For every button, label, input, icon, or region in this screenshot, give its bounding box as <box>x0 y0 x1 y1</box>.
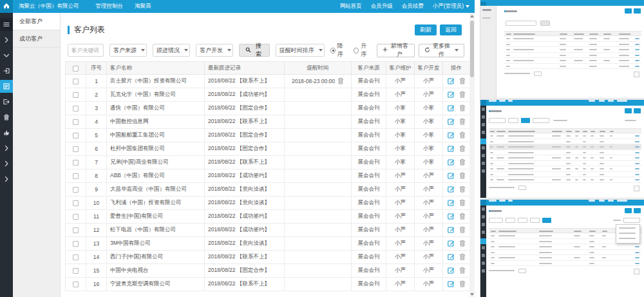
table-row: 16宁波奥克斯空调有限公司2018/08/22 【联系不上】展会会刊小严小严 <box>66 278 470 291</box>
more-actions-button[interactable]: 更多操作 <box>419 44 464 57</box>
edit-icon[interactable] <box>448 131 455 140</box>
delete-icon[interactable] <box>459 226 466 235</box>
edit-icon[interactable] <box>448 118 455 126</box>
delete-icon[interactable] <box>459 186 466 194</box>
user-menu[interactable]: 小严(管理员) <box>433 3 469 10</box>
trash-icon[interactable] <box>0 111 13 124</box>
row-checkbox[interactable] <box>73 160 79 166</box>
develop-select[interactable]: 客户开发 <box>196 44 233 57</box>
preview-thumbnail-1[interactable] <box>480 0 644 98</box>
delete-icon[interactable] <box>459 253 466 262</box>
row-checkbox[interactable] <box>73 254 79 260</box>
thumbs-up-icon[interactable] <box>0 126 13 139</box>
list-icon[interactable] <box>0 80 13 93</box>
add-customer-button[interactable]: 新增客户 <box>377 44 415 57</box>
row-checkbox[interactable] <box>73 282 79 287</box>
preview-detail <box>566 135 571 137</box>
scrollbar[interactable] <box>469 13 475 297</box>
cell-name: 西门子(中国)有限公司 <box>107 251 205 264</box>
edit-icon[interactable] <box>448 280 455 289</box>
row-checkbox[interactable] <box>73 187 79 193</box>
nav-member-renew[interactable]: 会员续费 <box>402 3 424 10</box>
edit-icon[interactable] <box>448 77 455 86</box>
follow-select[interactable]: 跟进情况 <box>153 44 190 57</box>
sidebar-item-0[interactable]: 全部客户 <box>13 13 60 30</box>
chevron-right-icon[interactable] <box>0 173 13 186</box>
delete-icon[interactable] <box>459 77 466 86</box>
sort-asc-radio[interactable]: 升序 <box>354 42 370 59</box>
preview-detail <box>504 36 641 42</box>
delete-icon[interactable] <box>459 240 466 248</box>
delete-icon[interactable] <box>459 131 466 140</box>
scroll-up-icon[interactable] <box>469 13 475 19</box>
preview-thumbnail-2[interactable] <box>480 100 644 198</box>
delete-icon[interactable] <box>459 172 466 180</box>
cell-record: 2018/08/22 【固定合作】 <box>205 142 285 156</box>
sort-field-select[interactable]: 提醒时间排序 <box>276 44 325 57</box>
refresh-button[interactable]: 刷新 <box>415 24 437 35</box>
edit-icon[interactable] <box>448 104 455 113</box>
preview-detail <box>480 238 486 244</box>
delete-icon[interactable] <box>459 199 466 207</box>
preview-detail <box>589 235 594 236</box>
back-button[interactable]: 返回 <box>440 24 462 35</box>
scrollbar-thumb[interactable] <box>470 21 474 77</box>
logout-icon[interactable] <box>0 95 13 108</box>
row-checkbox[interactable] <box>73 214 79 220</box>
delete-icon[interactable] <box>459 104 466 113</box>
remind-delete-icon[interactable] <box>337 77 344 86</box>
row-checkbox[interactable] <box>73 92 79 98</box>
cell-develop: 小严 <box>415 264 443 278</box>
edit-icon[interactable] <box>448 267 455 275</box>
login-icon[interactable] <box>0 64 13 77</box>
edit-icon[interactable] <box>448 145 455 153</box>
nav-console[interactable]: 管理控制台 <box>96 3 124 10</box>
preview-detail <box>552 157 561 158</box>
edit-icon[interactable] <box>448 186 455 194</box>
row-checkbox[interactable] <box>73 119 79 125</box>
edit-icon[interactable] <box>448 253 455 262</box>
keyword-input[interactable] <box>68 44 104 57</box>
home-button[interactable] <box>0 0 13 13</box>
edit-icon[interactable] <box>448 226 455 235</box>
scroll-down-icon[interactable] <box>469 291 475 297</box>
row-checkbox[interactable] <box>73 268 79 274</box>
row-checkbox[interactable] <box>73 173 79 179</box>
nav-taojushang[interactable]: 淘聚商 <box>135 3 151 10</box>
preview-thumbnail-3[interactable] <box>480 200 644 297</box>
row-checkbox[interactable] <box>73 79 79 84</box>
cell-remind <box>285 196 352 210</box>
menu-icon[interactable] <box>0 18 13 31</box>
edit-icon[interactable] <box>448 158 455 167</box>
chevron-down-icon[interactable] <box>0 49 13 62</box>
edit-icon[interactable] <box>448 172 455 180</box>
chevron-right-icon[interactable] <box>0 34 13 46</box>
edit-icon[interactable] <box>448 213 455 221</box>
delete-icon[interactable] <box>459 158 466 167</box>
delete-icon[interactable] <box>459 267 466 275</box>
source-select[interactable]: 客户来源 <box>109 44 147 57</box>
chevron-right-icon[interactable] <box>0 142 13 155</box>
sidebar-item-1[interactable]: 成功客户 <box>13 30 60 48</box>
row-checkbox[interactable] <box>73 200 79 206</box>
edit-icon[interactable] <box>448 91 455 99</box>
sort-desc-radio[interactable]: 降序 <box>330 42 347 59</box>
cell-remind <box>285 224 352 237</box>
row-checkbox[interactable] <box>73 241 79 247</box>
nav-member-upgrade[interactable]: 会员升级 <box>371 3 393 10</box>
row-checkbox[interactable] <box>73 133 79 139</box>
row-checkbox[interactable] <box>73 106 79 111</box>
delete-icon[interactable] <box>459 145 466 153</box>
delete-icon[interactable] <box>459 118 466 126</box>
edit-icon[interactable] <box>448 199 455 207</box>
chevron-right-icon[interactable] <box>0 157 13 170</box>
edit-icon[interactable] <box>448 240 455 248</box>
select-all-checkbox[interactable] <box>73 66 79 72</box>
nav-site-home[interactable]: 网站首页 <box>340 3 362 10</box>
row-checkbox[interactable] <box>73 146 79 152</box>
delete-icon[interactable] <box>459 213 466 221</box>
search-button[interactable]: 搜索 <box>239 44 270 57</box>
row-checkbox[interactable] <box>73 227 79 233</box>
delete-icon[interactable] <box>459 91 466 99</box>
delete-icon[interactable] <box>459 280 466 289</box>
